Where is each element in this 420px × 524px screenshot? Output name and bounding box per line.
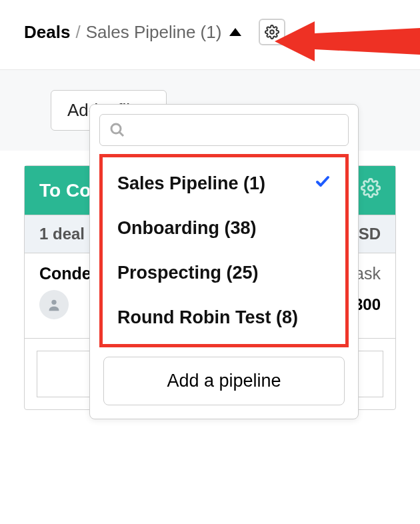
deal-count: 1 deal <box>39 225 85 243</box>
pipeline-item[interactable]: Sales Pipeline (1) <box>103 161 345 206</box>
pipeline-dropdown: Sales Pipeline (1)Onboarding (38)Prospec… <box>89 104 359 419</box>
svg-marker-1 <box>275 21 420 61</box>
search-input-wrapper[interactable] <box>99 114 349 146</box>
pipeline-item-label: Sales Pipeline (1) <box>117 173 265 194</box>
person-icon <box>47 297 61 312</box>
add-pipeline-button[interactable]: Add a pipeline <box>103 357 345 405</box>
avatar <box>39 290 69 319</box>
check-icon <box>315 173 331 194</box>
breadcrumb-root[interactable]: Deals <box>24 22 70 43</box>
pipeline-item[interactable]: Onboarding (38) <box>103 206 345 251</box>
breadcrumb-separator: / <box>75 22 80 43</box>
search-input[interactable] <box>131 121 339 139</box>
search-icon <box>109 122 125 138</box>
pipeline-list: Sales Pipeline (1)Onboarding (38)Prospec… <box>99 154 349 347</box>
pipeline-item[interactable]: Prospecting (25) <box>103 251 345 295</box>
svg-point-6 <box>111 124 121 133</box>
svg-line-7 <box>119 132 123 136</box>
svg-point-3 <box>51 300 56 305</box>
pointer-arrow <box>275 16 420 69</box>
caret-up-icon[interactable] <box>229 28 241 36</box>
pipeline-item[interactable]: Round Robin Test (8) <box>103 295 345 340</box>
pipeline-item-label: Round Robin Test (8) <box>117 307 298 328</box>
svg-point-0 <box>271 30 275 34</box>
pipeline-item-label: Prospecting (25) <box>117 263 259 283</box>
breadcrumb-current[interactable]: Sales Pipeline (1) <box>86 22 222 43</box>
svg-point-2 <box>368 185 373 191</box>
pipeline-item-label: Onboarding (38) <box>117 218 257 239</box>
column-settings-icon[interactable] <box>361 178 381 203</box>
